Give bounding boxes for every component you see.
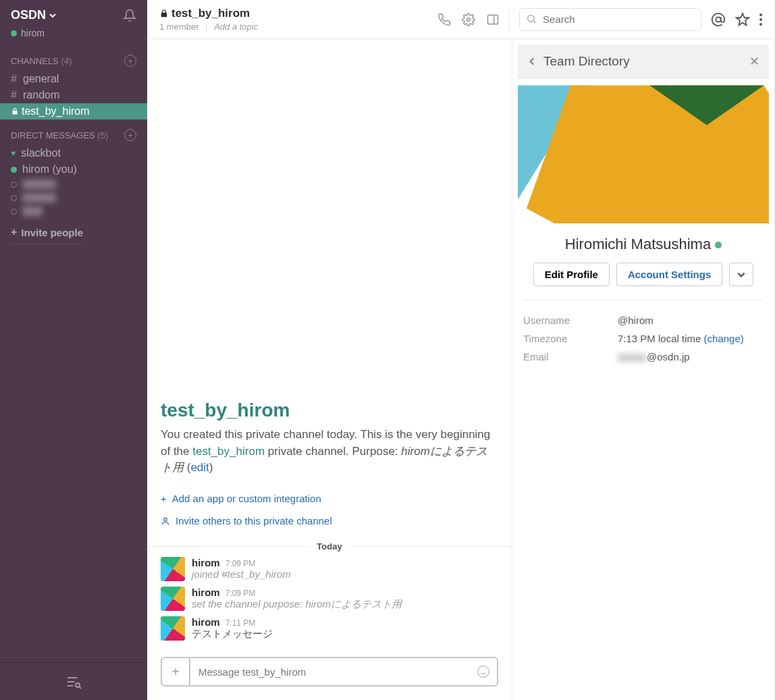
channel-title[interactable]: test_by_hirom xyxy=(159,7,428,20)
intro-text: You created this private channel today. … xyxy=(161,427,498,477)
message[interactable]: hirom7:09 PM set the channel purpose: hi… xyxy=(147,584,512,614)
channel-link[interactable]: test_by_hirom xyxy=(192,445,265,458)
chevron-down-icon xyxy=(49,11,57,20)
svg-point-5 xyxy=(759,14,762,16)
list-search-icon xyxy=(65,674,82,690)
sidebar-footer[interactable] xyxy=(0,662,147,700)
channels-count: (4) xyxy=(61,56,72,66)
sidebar-item-test-by-hirom[interactable]: test_by_hirom xyxy=(0,103,147,119)
message-time: 7:11 PM xyxy=(225,618,256,628)
search-icon xyxy=(526,14,537,24)
presence-icon xyxy=(715,242,722,248)
svg-point-4 xyxy=(716,17,720,22)
detail-label: Timezone xyxy=(523,333,618,344)
more-button[interactable] xyxy=(729,263,753,286)
invite-link[interactable]: Invite others to this private channel xyxy=(147,510,512,532)
avatar[interactable] xyxy=(161,616,185,641)
phone-icon[interactable] xyxy=(437,13,451,26)
star-icon[interactable] xyxy=(735,12,750,27)
avatar[interactable] xyxy=(161,557,185,581)
dm-item[interactable] xyxy=(0,205,147,218)
dm-item[interactable] xyxy=(0,178,147,191)
gear-icon[interactable] xyxy=(462,13,475,26)
add-topic[interactable]: Add a topic xyxy=(214,22,258,32)
edit-profile-button[interactable]: Edit Profile xyxy=(533,263,610,286)
dm-header[interactable]: DIRECT MESSAGES (5) + xyxy=(0,119,147,145)
panel-icon[interactable] xyxy=(486,13,500,26)
close-button[interactable]: ✕ xyxy=(749,54,759,69)
detail-timezone: Timezone 7:13 PM local time (change) xyxy=(523,329,764,348)
smile-icon xyxy=(477,665,490,678)
dm-count: (5) xyxy=(97,130,108,140)
dm-item[interactable] xyxy=(0,191,147,205)
team-name[interactable]: OSDN xyxy=(11,8,57,22)
composer: + xyxy=(147,649,512,700)
intro-title: test_by_hirom xyxy=(161,400,498,421)
message-input[interactable] xyxy=(190,666,470,678)
search-input[interactable] xyxy=(519,8,701,31)
avatar[interactable] xyxy=(161,587,185,611)
message-text: テストメッセージ xyxy=(192,628,498,641)
add-channel-icon[interactable]: + xyxy=(124,55,136,67)
email-blurred xyxy=(618,354,646,362)
heart-icon: ♥ xyxy=(11,149,16,158)
svg-rect-2 xyxy=(488,15,498,24)
message-text: joined #test_by_hirom xyxy=(192,568,498,580)
presence-icon xyxy=(11,30,17,36)
more-icon[interactable] xyxy=(759,13,762,26)
team-name-label: OSDN xyxy=(11,8,46,22)
invite-label: Invite people xyxy=(21,227,83,238)
channels-header[interactable]: CHANNELS (4) + xyxy=(0,45,147,71)
detail-email: Email @osdn.jp xyxy=(523,348,764,366)
plus-icon: + xyxy=(161,493,167,504)
emoji-button[interactable] xyxy=(470,665,497,678)
at-icon[interactable] xyxy=(711,12,726,27)
profile-panel: Team Directory ✕ Hiromichi Matsushima xyxy=(512,39,774,700)
email-domain: @osdn.jp xyxy=(647,351,690,362)
edit-purpose[interactable]: edit xyxy=(190,461,209,474)
add-dm-icon[interactable]: + xyxy=(124,129,136,141)
invite-people[interactable]: +Invite people xyxy=(11,221,83,244)
current-user[interactable]: hirom xyxy=(0,28,147,45)
sidebar-item-general[interactable]: #general xyxy=(0,71,147,87)
presence-away-icon xyxy=(11,209,17,215)
bell-icon[interactable] xyxy=(123,9,136,22)
back-button[interactable] xyxy=(527,57,537,66)
message-author[interactable]: hirom xyxy=(192,587,220,598)
add-app-link[interactable]: + Add an app or custom integration xyxy=(147,487,512,510)
dm-label: DIRECT MESSAGES xyxy=(11,130,95,140)
composer-plus-button[interactable]: + xyxy=(162,658,190,685)
message-author[interactable]: hirom xyxy=(192,616,220,628)
channels-label: CHANNELS xyxy=(11,56,59,66)
message[interactable]: hirom7:11 PM テストメッセージ xyxy=(147,614,512,643)
messages-area: test_by_hirom You created this private c… xyxy=(147,39,512,700)
change-timezone[interactable]: (change) xyxy=(704,333,744,344)
message-author[interactable]: hirom xyxy=(192,557,220,568)
dm-label: slackbot xyxy=(21,147,61,159)
panel-header: Team Directory ✕ xyxy=(518,45,769,78)
dm-self[interactable]: hirom (you) xyxy=(0,161,147,178)
message[interactable]: hirom7:09 PM joined #test_by_hirom xyxy=(147,554,512,584)
presence-away-icon xyxy=(11,195,17,201)
dm-slackbot[interactable]: ♥slackbot xyxy=(0,145,147,161)
dm-label: hirom (you) xyxy=(22,163,77,176)
dm-label-blurred xyxy=(22,207,43,216)
channel-intro: test_by_hirom You created this private c… xyxy=(147,400,512,487)
account-settings-button[interactable]: Account Settings xyxy=(616,263,722,286)
lock-icon xyxy=(159,9,169,18)
channel-header: test_by_hirom 1 member | Add a topic xyxy=(147,0,774,39)
dm-label-blurred xyxy=(22,180,56,189)
detail-value: 7:13 PM local time xyxy=(618,333,704,344)
lock-icon xyxy=(11,107,19,115)
divider-label: Today xyxy=(309,541,350,551)
chevron-left-icon xyxy=(527,57,537,66)
search-box xyxy=(519,8,701,31)
panel-title: Team Directory xyxy=(543,54,743,69)
detail-username: Username @hirom xyxy=(523,311,764,329)
profile-name: Hiromichi Matsushima xyxy=(512,223,774,263)
svg-point-3 xyxy=(528,15,534,21)
presence-away-icon xyxy=(11,182,17,188)
profile-details: Username @hirom Timezone 7:13 PM local t… xyxy=(523,300,764,377)
member-count[interactable]: 1 member xyxy=(159,22,199,32)
sidebar-item-random[interactable]: #random xyxy=(0,87,147,103)
